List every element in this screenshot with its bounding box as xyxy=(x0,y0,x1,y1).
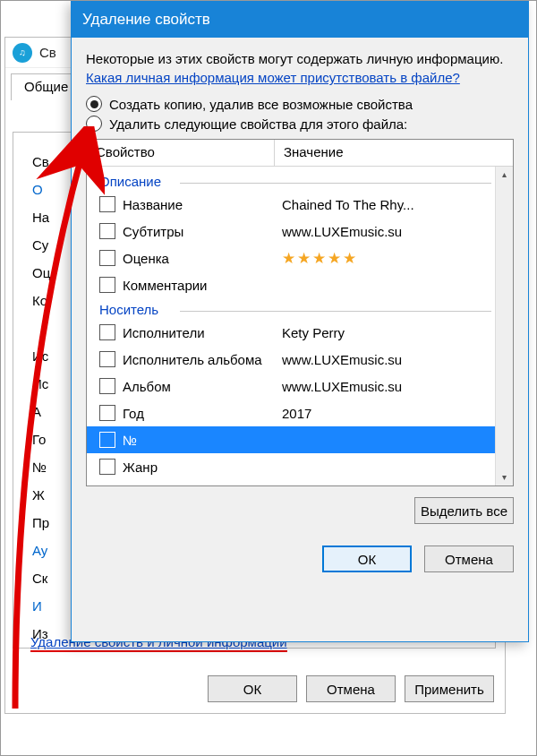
list-item[interactable]: Год 2017 xyxy=(87,399,513,426)
label: Ж xyxy=(32,487,50,508)
properties-button-row: ОК Отмена Применить xyxy=(208,675,494,702)
label: Св xyxy=(32,154,50,175)
properties-title: Св xyxy=(39,45,56,60)
dialog-title: Удаление свойств xyxy=(82,11,210,29)
select-all-button[interactable]: Выделить все xyxy=(414,497,514,524)
label: Ск xyxy=(32,571,50,591)
list-item[interactable]: Исполнители Kety Perry xyxy=(87,319,513,346)
label: На xyxy=(32,210,50,230)
group-media: Носитель xyxy=(87,298,513,319)
radio-icon xyxy=(86,96,102,112)
label: Ко xyxy=(32,293,50,314)
info-link[interactable]: Какая личная информация может присутство… xyxy=(86,70,514,85)
dialog-titlebar: Удаление свойств xyxy=(72,2,528,38)
prop-value: 2017 xyxy=(282,406,513,421)
header-property[interactable]: Свойство xyxy=(87,140,275,166)
scrollbar[interactable] xyxy=(495,167,513,485)
checkbox[interactable] xyxy=(99,324,115,340)
list-item[interactable]: Жанр xyxy=(87,453,513,480)
checkbox[interactable] xyxy=(99,196,115,212)
checkbox[interactable] xyxy=(99,405,115,421)
cancel-button[interactable]: Отмена xyxy=(306,675,396,702)
listview-header: Свойство Значение xyxy=(87,140,513,167)
radio-label: Удалить следующие свойства для этого фай… xyxy=(109,116,407,132)
label: Оц xyxy=(32,265,50,286)
label: Су xyxy=(32,237,50,258)
prop-label: Оценка xyxy=(123,251,282,266)
dialog-body: Некоторые из этих свойств могут содержат… xyxy=(72,38,528,583)
remove-properties-dialog: Удаление свойств Некоторые из этих свойс… xyxy=(71,1,529,642)
group-description: Описание xyxy=(87,170,513,191)
select-all-row: Выделить все xyxy=(86,497,514,524)
radio-label: Создать копию, удалив все возможные свой… xyxy=(109,97,413,112)
header-value[interactable]: Значение xyxy=(275,140,513,166)
list-item[interactable]: Исполнитель альбома www.LUXEmusic.su xyxy=(87,346,513,373)
prop-label: Субтитры xyxy=(123,224,282,239)
prop-value: Kety Perry xyxy=(282,325,513,340)
checkbox[interactable] xyxy=(99,459,115,475)
prop-value: www.LUXEmusic.su xyxy=(282,224,513,239)
listview-body: Описание Название Chained To The Rhy... … xyxy=(87,167,513,485)
label: № xyxy=(32,460,50,480)
label: Ис xyxy=(32,376,50,397)
checkbox[interactable] xyxy=(99,351,115,367)
label: А xyxy=(32,404,50,425)
cancel-button[interactable]: Отмена xyxy=(424,546,514,572)
list-item[interactable]: Альбом www.LUXEmusic.su xyxy=(87,373,513,399)
ok-button[interactable]: ОК xyxy=(322,546,412,572)
prop-value: Chained To The Rhy... xyxy=(282,197,513,212)
prop-label: № xyxy=(123,433,282,448)
label xyxy=(32,321,50,341)
label: О xyxy=(32,182,50,202)
properties-labels-column: Св О На Су Оц Ко Ис Ис А Го № Ж Пр Ау Ск… xyxy=(32,154,50,647)
prop-label: Комментарии xyxy=(123,278,282,293)
prop-label: Исполнители xyxy=(123,325,282,340)
checkbox[interactable] xyxy=(99,223,115,239)
checkbox[interactable] xyxy=(99,250,115,266)
prop-value: ★★★★★ xyxy=(282,249,513,268)
prop-label: Название xyxy=(123,197,282,212)
properties-listview: Свойство Значение Описание Название Chai… xyxy=(86,139,514,486)
prop-value: www.LUXEmusic.su xyxy=(282,379,513,394)
radio-remove-selected[interactable]: Удалить следующие свойства для этого фай… xyxy=(86,116,514,132)
prop-label: Альбом xyxy=(123,379,282,394)
checkbox[interactable] xyxy=(99,432,115,448)
label: Ис xyxy=(32,348,50,369)
list-item[interactable]: № xyxy=(87,426,513,453)
checkbox[interactable] xyxy=(99,277,115,293)
prop-label: Год xyxy=(123,406,282,421)
label: Пр xyxy=(32,515,50,536)
checkbox[interactable] xyxy=(99,378,115,394)
ok-button[interactable]: ОК xyxy=(208,675,297,702)
label: Ау xyxy=(32,543,50,563)
list-item[interactable]: Название Chained To The Rhy... xyxy=(87,191,513,218)
list-item[interactable]: Оценка ★★★★★ xyxy=(87,245,513,271)
info-text: Некоторые из этих свойств могут содержат… xyxy=(86,50,514,68)
label: Го xyxy=(32,432,50,452)
prop-value: www.LUXEmusic.su xyxy=(282,352,513,367)
radio-create-copy[interactable]: Создать копию, удалив все возможные свой… xyxy=(86,96,514,112)
app-icon: ♫ xyxy=(13,43,32,63)
prop-label: Исполнитель альбома xyxy=(123,352,282,367)
radio-icon xyxy=(86,116,102,132)
list-item[interactable]: Субтитры www.LUXEmusic.su xyxy=(87,218,513,245)
dialog-button-row: ОК Отмена xyxy=(86,546,514,572)
prop-label: Жанр xyxy=(123,460,282,475)
list-item[interactable]: Комментарии xyxy=(87,271,513,298)
label: И xyxy=(32,598,50,619)
apply-button[interactable]: Применить xyxy=(405,675,494,702)
